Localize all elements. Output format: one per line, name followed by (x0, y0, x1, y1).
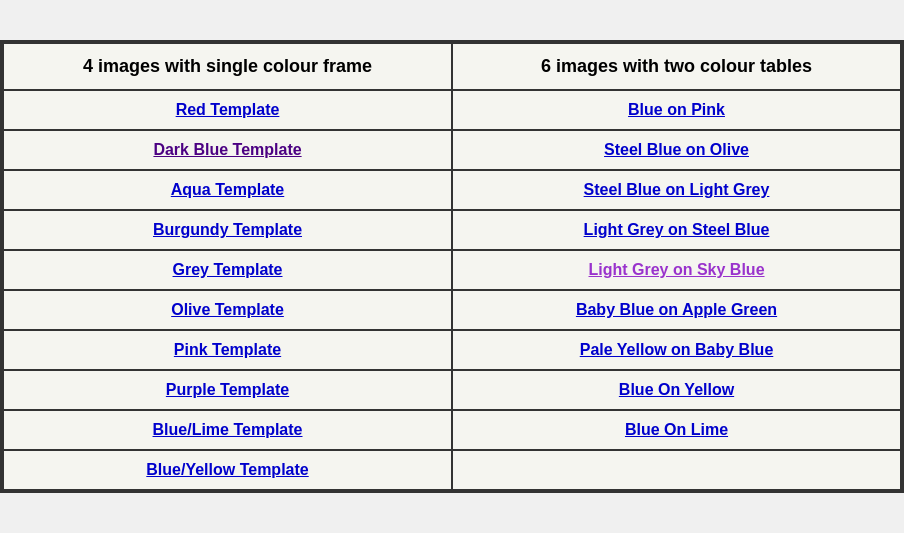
table-row: Red TemplateBlue on Pink (3, 90, 901, 130)
col2-cell (452, 450, 901, 490)
table-row: Pink TemplatePale Yellow on Baby Blue (3, 330, 901, 370)
template-link[interactable]: Light Grey on Steel Blue (584, 221, 770, 238)
template-link[interactable]: Aqua Template (171, 181, 285, 198)
template-link[interactable]: Blue On Lime (625, 421, 728, 438)
table-row: Dark Blue TemplateSteel Blue on Olive (3, 130, 901, 170)
templates-table: 4 images with single colour frame 6 imag… (2, 42, 902, 491)
table-row: Grey TemplateLight Grey on Sky Blue (3, 250, 901, 290)
col1-cell: Aqua Template (3, 170, 452, 210)
template-link[interactable]: Blue on Pink (628, 101, 725, 118)
template-link[interactable]: Dark Blue Template (153, 141, 301, 158)
table-row: Olive TemplateBaby Blue on Apple Green (3, 290, 901, 330)
col1-cell: Pink Template (3, 330, 452, 370)
table-row: Blue/Yellow Template (3, 450, 901, 490)
col1-cell: Purple Template (3, 370, 452, 410)
table-row: Aqua TemplateSteel Blue on Light Grey (3, 170, 901, 210)
template-link[interactable]: Red Template (176, 101, 280, 118)
template-link[interactable]: Baby Blue on Apple Green (576, 301, 777, 318)
col2-cell: Blue on Pink (452, 90, 901, 130)
template-link[interactable]: Steel Blue on Light Grey (584, 181, 770, 198)
template-link[interactable]: Olive Template (171, 301, 284, 318)
col1-cell: Olive Template (3, 290, 452, 330)
col2-header: 6 images with two colour tables (452, 43, 901, 90)
template-link[interactable]: Blue/Lime Template (153, 421, 303, 438)
table-row: Burgundy TemplateLight Grey on Steel Blu… (3, 210, 901, 250)
col1-cell: Grey Template (3, 250, 452, 290)
col1-cell: Dark Blue Template (3, 130, 452, 170)
col2-cell: Light Grey on Steel Blue (452, 210, 901, 250)
template-link[interactable]: Burgundy Template (153, 221, 302, 238)
col2-cell: Pale Yellow on Baby Blue (452, 330, 901, 370)
col2-cell: Light Grey on Sky Blue (452, 250, 901, 290)
col1-cell: Burgundy Template (3, 210, 452, 250)
table-row: Blue/Lime TemplateBlue On Lime (3, 410, 901, 450)
col2-cell: Blue On Lime (452, 410, 901, 450)
table-row: Purple TemplateBlue On Yellow (3, 370, 901, 410)
template-link[interactable]: Pink Template (174, 341, 281, 358)
template-link[interactable]: Light Grey on Sky Blue (589, 261, 765, 278)
col1-cell: Blue/Yellow Template (3, 450, 452, 490)
template-link[interactable]: Pale Yellow on Baby Blue (580, 341, 774, 358)
template-link[interactable]: Blue/Yellow Template (146, 461, 308, 478)
col2-cell: Steel Blue on Light Grey (452, 170, 901, 210)
col2-cell: Baby Blue on Apple Green (452, 290, 901, 330)
col1-cell: Red Template (3, 90, 452, 130)
template-link[interactable]: Grey Template (173, 261, 283, 278)
template-link[interactable]: Purple Template (166, 381, 289, 398)
template-link[interactable]: Steel Blue on Olive (604, 141, 749, 158)
col2-cell: Blue On Yellow (452, 370, 901, 410)
col1-header: 4 images with single colour frame (3, 43, 452, 90)
template-link[interactable]: Blue On Yellow (619, 381, 734, 398)
col2-cell: Steel Blue on Olive (452, 130, 901, 170)
main-table-container: 4 images with single colour frame 6 imag… (0, 40, 904, 493)
col1-cell: Blue/Lime Template (3, 410, 452, 450)
